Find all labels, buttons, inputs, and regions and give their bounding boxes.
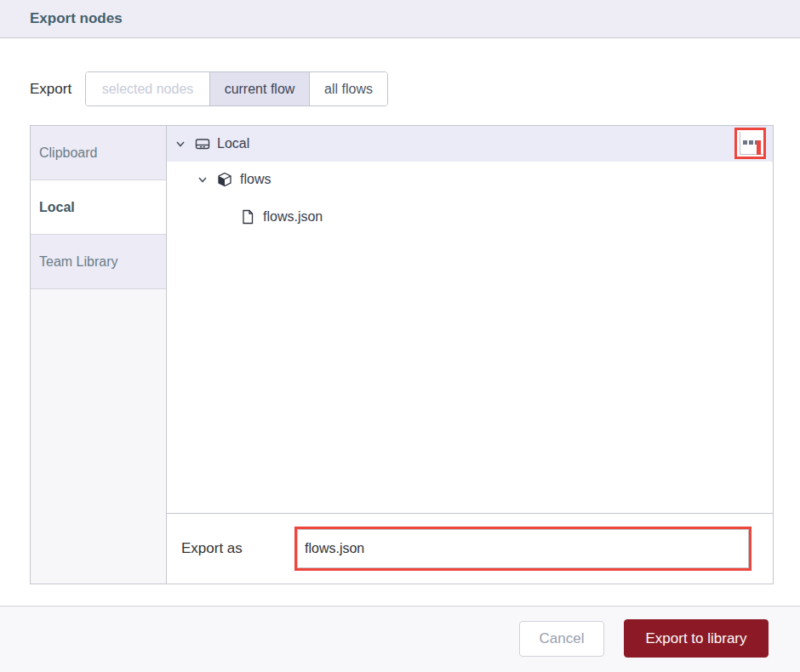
file-icon [240, 209, 255, 225]
export-scope-row: Export selected nodes current flow all f… [30, 71, 388, 106]
dialog-title: Export nodes [30, 10, 123, 27]
cancel-button[interactable]: Cancel [519, 621, 604, 657]
library-tree-pane: Local flows [167, 126, 773, 584]
library-browser: Clipboard Local Team Library Local [30, 125, 774, 584]
highlight-mark [757, 140, 761, 155]
tree-menu-button[interactable] [734, 128, 766, 159]
tree-folder-label: flows [240, 172, 271, 187]
export-as-row: Export as [167, 513, 773, 584]
export-scope-group: selected nodes current flow all flows [85, 71, 388, 106]
tree-folder-row[interactable]: flows [167, 167, 773, 192]
export-scope-label: Export [30, 81, 85, 98]
tree-root-row[interactable]: Local [167, 126, 773, 162]
option-selected-nodes[interactable]: selected nodes [86, 72, 210, 105]
dialog-header: Export nodes [0, 0, 800, 38]
package-icon [217, 172, 232, 187]
filename-input-highlight [294, 527, 751, 571]
tree-file-label: flows.json [263, 209, 323, 225]
tree-root-label: Local [217, 136, 249, 151]
export-to-library-button[interactable]: Export to library [624, 619, 769, 658]
export-as-label: Export as [181, 540, 294, 557]
filename-input[interactable] [297, 529, 749, 568]
dialog-footer: Cancel Export to library [0, 606, 800, 672]
tab-team-library[interactable]: Team Library [31, 235, 166, 289]
option-current-flow[interactable]: current flow [210, 72, 310, 105]
tab-clipboard[interactable]: Clipboard [31, 126, 166, 180]
chevron-down-icon[interactable] [174, 138, 186, 150]
tab-local[interactable]: Local [31, 180, 166, 235]
hard-drive-icon [195, 136, 210, 151]
tree-file-row[interactable]: flows.json [167, 204, 773, 230]
chevron-down-icon[interactable] [197, 174, 209, 185]
library-sidebar: Clipboard Local Team Library [31, 126, 167, 584]
option-all-flows[interactable]: all flows [310, 72, 387, 105]
